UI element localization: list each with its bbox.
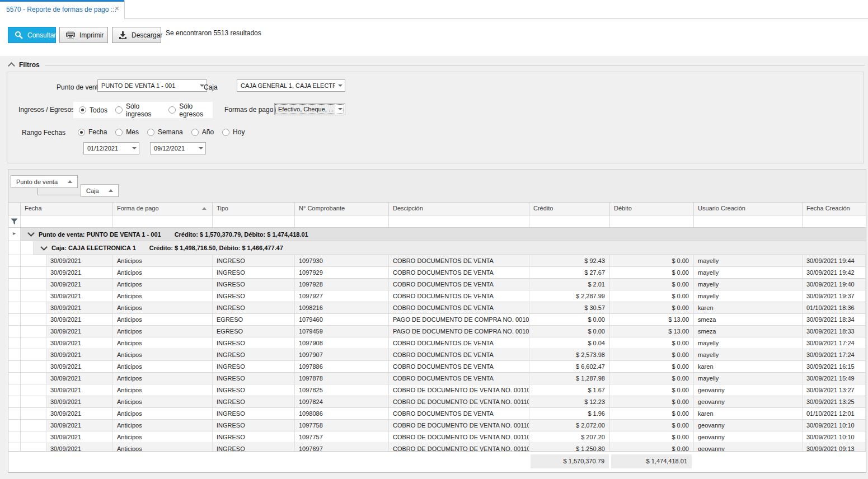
- table-row[interactable]: 30/09/2021AnticiposINGRESO1097697COBRO D…: [8, 443, 866, 451]
- chevron-down-icon: [338, 84, 342, 87]
- consultar-label: Consultar: [27, 31, 56, 39]
- formas-de-pago-select[interactable]: Efectivo, Cheque, ...: [274, 103, 345, 115]
- group-row-punto-de-venta[interactable]: ▸ Punto de venta: PUNTO DE VENTA 1 - 001…: [8, 228, 866, 241]
- dropdown-button[interactable]: [335, 104, 345, 115]
- punto-de-venta-select[interactable]: PUNTO DE VENTA 1 - 001: [97, 79, 207, 92]
- data-grid: Punto de venta Caja Fecha Forma de pago …: [8, 170, 866, 473]
- column-header-fecha-creacion[interactable]: Fecha Creación: [803, 203, 866, 215]
- collapse-group-icon[interactable]: [27, 229, 35, 237]
- filter-input-usuario-creacion[interactable]: [694, 215, 803, 227]
- radio-ingresos-sólo-egresos[interactable]: Sólo egresos: [168, 102, 213, 118]
- column-header-tipo[interactable]: Tipo: [213, 203, 295, 215]
- radio-ingresos-sólo-ingresos[interactable]: Sólo ingresos: [115, 102, 161, 118]
- cell-fecha: 30/09/2021: [46, 431, 113, 443]
- radio-rango-semana[interactable]: Semana: [147, 128, 183, 136]
- filter-input-forma-de-pago[interactable]: [113, 215, 213, 227]
- cell-forma: Anticipos: [113, 373, 213, 384]
- cell-tipo: INGRESO: [213, 349, 295, 361]
- tab-reporte-formas-pago[interactable]: 5570 - Reporte de formas de pago ::. ×: [0, 0, 125, 19]
- tab-close-icon[interactable]: ×: [115, 4, 119, 12]
- cell-creacion: 30/09/2021 19:44: [803, 255, 866, 267]
- cell-fecha: 30/09/2021: [46, 255, 113, 267]
- cell-descripcion: COBRO DOCUMENTOS DE VENTA: [389, 337, 529, 349]
- radio-icon: [147, 129, 154, 136]
- collapse-group-icon[interactable]: [40, 243, 48, 251]
- table-row[interactable]: 30/09/2021AnticiposINGRESO1097908COBRO D…: [8, 337, 866, 349]
- cell-forma: Anticipos: [113, 349, 213, 361]
- radio-ingresos-todos[interactable]: Todos: [79, 106, 107, 114]
- filter-input-debito[interactable]: [610, 215, 694, 227]
- cell-tipo: INGRESO: [213, 408, 295, 420]
- table-row[interactable]: 30/09/2021AnticiposINGRESO1097907COBRO D…: [8, 349, 866, 361]
- descargar-button[interactable]: Descargar: [112, 27, 161, 43]
- table-row[interactable]: 30/09/2021AnticiposINGRESO1097929COBRO D…: [8, 267, 866, 279]
- column-header-credito[interactable]: Crédito: [529, 203, 610, 215]
- filter-input-fecha[interactable]: [21, 215, 113, 227]
- row-indicator: [8, 279, 21, 290]
- table-row[interactable]: 30/09/2021AnticiposINGRESO1097886COBRO D…: [8, 361, 866, 373]
- column-header-forma-de-pago[interactable]: Forma de pago: [113, 203, 213, 215]
- dropdown-button[interactable]: [335, 80, 345, 91]
- column-header-descripcion[interactable]: Descipción: [389, 203, 529, 215]
- auto-filter-row: [8, 215, 866, 228]
- cell-fecha: 30/09/2021: [46, 420, 113, 431]
- table-row[interactable]: 30/09/2021AnticiposINGRESO1098216COBRO D…: [8, 302, 866, 314]
- fecha-desde-datepicker[interactable]: 01/12/2021: [83, 142, 139, 154]
- group-indent: [21, 349, 46, 361]
- radio-rango-fecha[interactable]: Fecha: [78, 128, 107, 136]
- group-indent: [21, 373, 46, 384]
- group-row-caja[interactable]: Caja: CAJA ELECTRONICA 1 Crédito: $ 1,49…: [8, 241, 866, 255]
- column-header-debito[interactable]: Débito: [610, 203, 694, 215]
- filters-header[interactable]: Filtros: [9, 61, 865, 69]
- filter-input-descripcion[interactable]: [389, 215, 529, 227]
- group-indent: [21, 361, 46, 373]
- filter-input-comprobante[interactable]: [295, 215, 389, 227]
- filters-title: Filtros: [19, 61, 40, 69]
- cell-fecha: 30/09/2021: [46, 408, 113, 420]
- dropdown-button[interactable]: [129, 143, 139, 154]
- group-indent: [21, 408, 46, 420]
- group-connector: [37, 195, 81, 195]
- radio-rango-hoy[interactable]: Hoy: [222, 128, 245, 136]
- filter-input-fecha-creacion[interactable]: [803, 215, 866, 227]
- consultar-button[interactable]: Consultar: [8, 27, 56, 43]
- cell-debito: $ 0.00: [610, 255, 694, 267]
- fecha-hasta-datepicker[interactable]: 09/12/2021: [150, 142, 206, 154]
- formas-de-pago-label: Formas de pago: [224, 106, 273, 114]
- table-row[interactable]: 30/09/2021AnticiposINGRESO1097927COBRO D…: [8, 290, 866, 302]
- table-row[interactable]: 30/09/2021AnticiposEGRESO1079460PAGO DE …: [8, 314, 866, 326]
- table-row[interactable]: 30/09/2021AnticiposINGRESO1097757COBRO D…: [8, 431, 866, 443]
- dropdown-button[interactable]: [196, 143, 205, 154]
- group-indent: [21, 241, 34, 255]
- caja-select[interactable]: CAJA GENERAL 1, CAJA ELECTR...: [237, 79, 345, 92]
- radio-rango-mes[interactable]: Mes: [115, 128, 139, 136]
- table-row[interactable]: 30/09/2021AnticiposINGRESO1097825COBRO D…: [8, 384, 866, 396]
- column-header-comprobante[interactable]: N° Comprobante: [295, 203, 389, 215]
- cell-usuario: mayelly: [694, 255, 803, 267]
- table-row[interactable]: 30/09/2021AnticiposINGRESO1097928COBRO D…: [8, 279, 866, 290]
- table-row[interactable]: 30/09/2021AnticiposINGRESO1098086COBRO D…: [8, 408, 866, 420]
- cell-forma: Anticipos: [113, 290, 213, 302]
- imprimir-button[interactable]: Imprimir: [59, 27, 108, 43]
- radio-rango-año[interactable]: Año: [191, 128, 214, 136]
- filter-input-credito[interactable]: [529, 215, 610, 227]
- radio-icon: [115, 106, 123, 114]
- group-chip-caja[interactable]: Caja: [81, 184, 119, 197]
- column-header-usuario-creacion[interactable]: Usuario Creación: [694, 203, 803, 215]
- cell-comprobante: 1097886: [295, 361, 389, 373]
- table-row[interactable]: 30/09/2021AnticiposINGRESO1097930COBRO D…: [8, 255, 866, 267]
- table-row[interactable]: 30/09/2021AnticiposEGRESO1079459PAGO DE …: [8, 326, 866, 337]
- table-row[interactable]: 30/09/2021AnticiposINGRESO1097758COBRO D…: [8, 420, 866, 431]
- cell-comprobante: 1097825: [295, 384, 389, 396]
- collapse-chevron-icon: [8, 62, 15, 69]
- filter-input-tipo[interactable]: [213, 215, 295, 227]
- table-row[interactable]: 30/09/2021AnticiposINGRESO1097824COBRO D…: [8, 396, 866, 408]
- cell-debito: $ 0.00: [610, 361, 694, 373]
- column-header-fecha[interactable]: Fecha: [21, 203, 113, 215]
- cell-credito: $ 2,573.98: [529, 349, 610, 361]
- group-chip-punto-de-venta[interactable]: Punto de venta: [11, 175, 78, 188]
- filters-panel: Punto de venta PUNTO DE VENTA 1 - 001 Ca…: [7, 72, 864, 163]
- table-row[interactable]: 30/09/2021AnticiposINGRESO1097878COBRO D…: [8, 373, 866, 384]
- tab-title: 5570 - Reporte de formas de pago ::.: [6, 6, 116, 13]
- cell-usuario: mayelly: [694, 349, 803, 361]
